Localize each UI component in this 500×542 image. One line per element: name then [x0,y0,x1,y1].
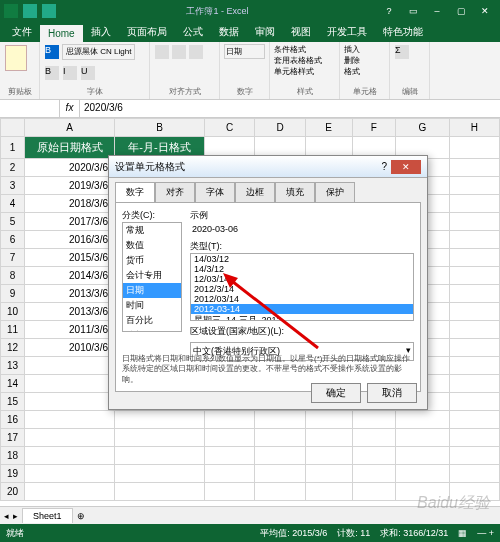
tab-dev[interactable]: 开发工具 [319,22,375,42]
type-item[interactable]: 星期三, 14 三月, 2012 [191,314,413,321]
sum-icon[interactable]: Σ [395,45,409,59]
help-icon[interactable]: ? [378,3,400,19]
tab-home[interactable]: Home [40,25,83,42]
add-sheet-icon[interactable]: ⊕ [77,511,85,521]
status-avg: 平均值: 2015/3/6 [260,527,327,540]
type-item[interactable]: 12/03/14 [191,274,413,284]
fx-button[interactable]: fx [60,100,80,117]
document-title: 工作簿1 - Excel [57,5,378,18]
table-format-button[interactable]: 套用表格格式 [274,55,335,66]
col-b[interactable]: B [115,119,205,137]
dtab-fill[interactable]: 填充 [275,182,315,202]
dialog-help-icon[interactable]: ? [381,161,387,172]
align-left-icon[interactable] [155,45,169,59]
col-headers: A B C D E F G H [1,119,500,137]
title-bar: 工作簿1 - Excel ? ▭ – ▢ ✕ [0,0,500,22]
cat-number[interactable]: 数值 [123,238,181,253]
type-item[interactable]: 14/3/12 [191,264,413,274]
group-font: B思源黑体 CN Light BIU 字体 [40,42,150,99]
format-cells-dialog: 设置单元格格式 ? ✕ 数字 对齐 字体 边框 填充 保护 分类(C): 常规 … [108,155,428,410]
ribbon: 剪贴板 B思源黑体 CN Light BIU 字体 对齐方式 日期 数字 条件格… [0,42,500,100]
dialog-titlebar[interactable]: 设置单元格格式 ? ✕ [109,156,427,178]
cat-time[interactable]: 时间 [123,298,181,313]
cat-accounting[interactable]: 会计专用 [123,268,181,283]
tab-formula[interactable]: 公式 [175,22,211,42]
dtab-font[interactable]: 字体 [195,182,235,202]
insert-button[interactable]: 插入 [344,44,385,55]
group-number: 日期 数字 [220,42,270,99]
watermark: Baidu经验 [417,493,490,514]
type-item[interactable]: 2012/03/14 [191,294,413,304]
tab-file[interactable]: 文件 [4,22,40,42]
number-format-select[interactable]: 日期 [224,44,265,59]
header-a[interactable]: 原始日期格式 [25,137,115,159]
dialog-close-icon[interactable]: ✕ [391,160,421,174]
cat-general[interactable]: 常规 [123,223,181,238]
name-box[interactable] [0,100,60,117]
cat-currency[interactable]: 货币 [123,253,181,268]
font-name-select[interactable]: 思源黑体 CN Light [62,44,135,60]
dialog-title: 设置单元格格式 [115,160,381,174]
tab-view[interactable]: 视图 [283,22,319,42]
format-description: 日期格式将日期和时间系列数值显示为日期值。以星号(*)开头的日期格式响应操作系统… [122,354,414,385]
col-d[interactable]: D [255,119,305,137]
bold-button[interactable]: B [45,66,59,80]
sample-value: 2020-03-06 [190,222,414,236]
ribbon-tabs: 文件 Home 插入 页面布局 公式 数据 审阅 视图 开发工具 特色功能 [0,22,500,42]
col-f[interactable]: F [352,119,395,137]
cond-format-button[interactable]: 条件格式 [274,44,335,55]
tab-feature[interactable]: 特色功能 [375,22,431,42]
col-a[interactable]: A [25,119,115,137]
delete-button[interactable]: 删除 [344,55,385,66]
type-item[interactable]: 14/03/12 [191,254,413,264]
cat-date[interactable]: 日期 [123,283,181,298]
formula-input[interactable]: 2020/3/6 [80,100,500,117]
dialog-body: 分类(C): 常规 数值 货币 会计专用 日期 时间 百分比 分数 科学记数 文… [115,202,421,392]
row-head[interactable]: 1 [1,137,25,159]
col-c[interactable]: C [205,119,255,137]
type-list[interactable]: 14/03/12 14/3/12 12/03/14 2012/3/14 2012… [190,253,414,321]
sheet-tab[interactable]: Sheet1 [22,508,73,523]
ok-button[interactable]: 确定 [311,383,361,403]
close-icon[interactable]: ✕ [474,3,496,19]
zoom-slider[interactable]: — + [477,528,494,538]
maximize-icon[interactable]: ▢ [450,3,472,19]
status-ready: 就绪 [6,527,24,540]
col-e[interactable]: E [305,119,352,137]
italic-button[interactable]: I [63,66,77,80]
sheet-nav-next-icon[interactable]: ▸ [13,511,18,521]
status-count: 计数: 11 [337,527,370,540]
dtab-border[interactable]: 边框 [235,182,275,202]
qat[interactable] [22,3,57,19]
format-button[interactable]: 格式 [344,66,385,77]
align-right-icon[interactable] [189,45,203,59]
cell-style-button[interactable]: 单元格样式 [274,66,335,77]
col-h[interactable]: H [449,119,499,137]
dtab-protect[interactable]: 保护 [315,182,355,202]
cat-fraction[interactable]: 分数 [123,328,181,332]
category-list[interactable]: 常规 数值 货币 会计专用 日期 时间 百分比 分数 科学记数 文本 特殊 自定… [122,222,182,332]
bluetooth-icon[interactable]: B [45,45,59,59]
align-center-icon[interactable] [172,45,186,59]
select-all[interactable] [1,119,25,137]
ribbon-toggle-icon[interactable]: ▭ [402,3,424,19]
minimize-icon[interactable]: – [426,3,448,19]
dtab-number[interactable]: 数字 [115,182,155,202]
paste-button[interactable] [4,44,35,74]
type-item-selected[interactable]: 2012-03-14 [191,304,413,314]
type-item[interactable]: 2012/3/14 [191,284,413,294]
tab-insert[interactable]: 插入 [83,22,119,42]
view-normal-icon[interactable]: ▦ [458,528,467,538]
category-label: 分类(C): [122,209,182,222]
sample-label: 示例 [190,209,414,222]
formula-bar: fx 2020/3/6 [0,100,500,118]
underline-button[interactable]: U [81,66,95,80]
tab-data[interactable]: 数据 [211,22,247,42]
tab-review[interactable]: 审阅 [247,22,283,42]
sheet-nav-prev-icon[interactable]: ◂ [4,511,9,521]
dtab-align[interactable]: 对齐 [155,182,195,202]
cat-percent[interactable]: 百分比 [123,313,181,328]
col-g[interactable]: G [395,119,449,137]
cancel-button[interactable]: 取消 [367,383,417,403]
tab-layout[interactable]: 页面布局 [119,22,175,42]
